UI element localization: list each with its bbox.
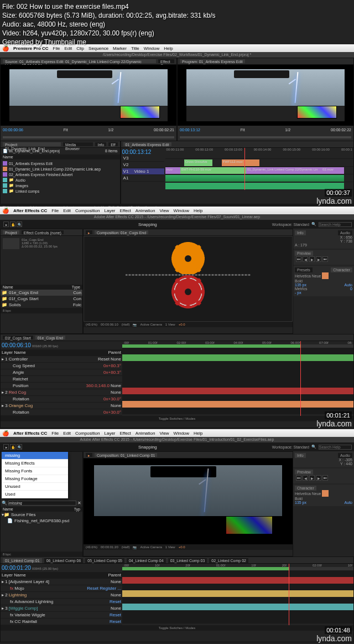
list-item[interactable]: 📁SolidsFolc [1, 302, 82, 308]
source-tc-in[interactable]: 00:00:00:06 [3, 128, 23, 132]
clip-bmt[interactable]: BMT-FH110-59.mov [180, 167, 246, 174]
comp-tab[interactable]: Composition: 01e_Cogs End [95, 230, 148, 234]
search-input[interactable] [319, 222, 352, 227]
timeline-tc[interactable]: 00:00:06:10 [2, 342, 31, 348]
thumbnail-timestamp: 00:00:37 [325, 189, 352, 197]
tl-tab[interactable]: 03_Linked Comp 03 [168, 558, 207, 563]
play-button[interactable]: ▶ [309, 475, 315, 481]
list-item: 02_Artbeats Express Finished Advert [2, 172, 119, 177]
first-frame-button[interactable]: ⏮ [296, 256, 301, 262]
svg-rect-5 [199, 257, 205, 260]
workspace-label[interactable]: Workspace: Standard [272, 223, 309, 226]
comp-tab[interactable]: Composition: 01_Linked Comp 01 [95, 453, 157, 457]
timeline-panel[interactable]: 01_Linked Comp 01 06_Linked Comp 06 05_L… [0, 557, 354, 642]
clip-dynamic-link[interactable]: 01_Dynamic_Link Linked Comp 22/Dynamic L… [246, 167, 321, 174]
prev-frame-button[interactable]: ◀ [303, 475, 308, 481]
playhead[interactable] [300, 341, 301, 416]
source-viewer[interactable] [1, 65, 176, 126]
apple-icon[interactable]: 🍎 [2, 208, 9, 214]
tl-tab[interactable]: 02_Linked Comp 02 [209, 558, 248, 563]
program-tab[interactable]: Program: 01_Artbeats Express Edit [180, 59, 245, 63]
tl-tab[interactable]: 05_Linked Comp 05 [85, 558, 124, 563]
program-viewer[interactable] [178, 65, 353, 126]
next-frame-button[interactable]: ▶ [316, 256, 321, 262]
tl-tab[interactable]: 04_Linked Comp 04 [127, 558, 166, 563]
list-item[interactable]: 📁01e_Cogs EndCon [1, 290, 82, 296]
tl-tab[interactable]: 01_Linked Comp 01 [3, 558, 42, 563]
program-tc[interactable]: 00:00:13:12 [180, 128, 200, 132]
bpc-indicator[interactable]: 8 bpc [3, 553, 11, 556]
workspace-label[interactable]: Workspace: Standard [272, 445, 309, 449]
font-select[interactable]: Helvetica Neue [295, 274, 321, 278]
clear-search-icon[interactable]: ✕ [77, 501, 81, 506]
weight-select[interactable]: Bold [295, 497, 352, 501]
timeline-tc[interactable]: 00:00:01:20 [2, 565, 31, 571]
font-select[interactable]: Helvetica Neue [295, 492, 321, 496]
toggle-switches[interactable]: Toggle Switches / Modes [159, 417, 195, 420]
tool-hand[interactable]: ✋ [10, 221, 15, 227]
popup-item[interactable]: Unused [2, 483, 68, 491]
source-controls[interactable]: 00:00:00:06 Fit 1/2 00:00:02:21 [1, 126, 176, 133]
name-header[interactable]: Name [3, 507, 13, 511]
playhead[interactable] [289, 564, 289, 625]
timeline-panel[interactable]: 01_Artbeats Express Edit 00:00:13:12 V3 … [121, 141, 354, 204]
tl-tab-1[interactable]: 01f_Cogs Start [3, 336, 33, 339]
effect-tab[interactable]: Effect C [158, 59, 174, 63]
color-swatch[interactable] [322, 272, 329, 279]
audio-clip[interactable] [165, 183, 344, 189]
composition-panel[interactable]: ▸ Composition: 01e_Cogs End (43.6%) 00:0… [83, 229, 293, 334]
last-frame-button[interactable]: ⏭ [322, 256, 328, 262]
audio-clip[interactable] [165, 175, 344, 182]
project-tab[interactable]: Project: 01_Dynamic_Link_End [3, 142, 61, 146]
file-audio: Audio: aac, 48000 Hz, stereo (eng) [2, 20, 216, 29]
effect-controls-tab[interactable]: Effect Controls (none) [22, 230, 64, 234]
project-tree[interactable]: 01_Artbeats Express Edit 01_Dynamic_Link… [1, 159, 120, 195]
clip-02mov[interactable]: 02.mov [321, 167, 344, 174]
tool-selection[interactable]: ▸ [3, 221, 9, 227]
search-dropdown[interactable]: missing Missing Effects Missing Fonts Mi… [2, 452, 68, 498]
file-generator: Generated by Thumbnail me [2, 38, 216, 47]
list-item[interactable]: ▾📁Source Files [1, 512, 82, 518]
popup-item[interactable]: Missing Effects [2, 460, 68, 467]
tl-tab[interactable]: 06_Linked Comp 06 [44, 558, 84, 563]
snapping-toggle[interactable]: Snapping [138, 222, 157, 227]
clip-cross-dissolve[interactable]: Cross Dissolve [184, 159, 212, 166]
name-header[interactable]: Name [1, 154, 120, 159]
clip-mov[interactable]: mov [165, 167, 180, 174]
last-frame-button[interactable]: ⏭ [322, 475, 328, 481]
menubar[interactable]: 🍎 After Effects CC File Edit Composition… [0, 429, 354, 437]
tl-tab-2[interactable]: 01e_Cogs End [35, 336, 65, 339]
timeline-tc[interactable]: 00:00:13:12 [122, 149, 164, 155]
weight-select[interactable]: Bold [295, 279, 352, 283]
timeline-panel[interactable]: 01f_Cogs Start 01e_Cogs End 00:00:06:10 … [0, 334, 354, 428]
project-search-input[interactable] [8, 501, 76, 506]
source-tab[interactable]: Source: 01_Artbeats Express Edit: 01_Dyn… [3, 59, 156, 63]
type-header[interactable]: Typ [74, 507, 80, 511]
prev-frame-button[interactable]: ◀ [303, 256, 308, 262]
first-frame-button[interactable]: ⏮ [296, 475, 301, 481]
fit-select[interactable]: Fit [64, 128, 68, 132]
tool-zoom[interactable]: 🔍 [17, 221, 22, 227]
project-tab[interactable]: Project [3, 230, 19, 234]
clip-fwf[interactable]: FWF112.mov [222, 159, 259, 166]
next-frame-button[interactable]: ▶ [316, 475, 321, 481]
popup-item[interactable]: Used [2, 491, 68, 498]
toggle-switches[interactable]: Toggle Switches / Modes [159, 626, 195, 630]
program-controls[interactable]: 00:00:13:12 Fit 1/2 00:00:02:22 [178, 126, 353, 133]
popup-item[interactable]: missing [2, 452, 68, 460]
popup-item[interactable]: Missing Fonts [2, 467, 68, 475]
type-header[interactable]: Type [72, 285, 80, 289]
bpc-indicator[interactable]: 8 bpc [3, 309, 11, 312]
list-item[interactable]: 📁01f_Cogs StartCon [1, 296, 82, 302]
sequence-tab[interactable]: 01_Artbeats Express Edit [123, 142, 171, 146]
snapping-toggle[interactable]: Snapping [138, 445, 157, 450]
composition-panel[interactable]: ▸ Composition: 01_Linked Comp 01 (43.6%)… [83, 451, 293, 557]
play-button[interactable]: ▶ [309, 256, 315, 262]
apple-icon[interactable]: 🍎 [2, 430, 9, 436]
popup-item[interactable]: Missing Footage [2, 475, 68, 483]
color-swatch[interactable] [322, 490, 329, 497]
menubar[interactable]: 🍎 After Effects CC File Edit Composition… [0, 207, 354, 214]
name-header[interactable]: Name [3, 285, 13, 289]
list-item[interactable]: 📄Fishing_net_IMGP8380.psd [1, 518, 82, 524]
search-input[interactable] [319, 445, 352, 450]
